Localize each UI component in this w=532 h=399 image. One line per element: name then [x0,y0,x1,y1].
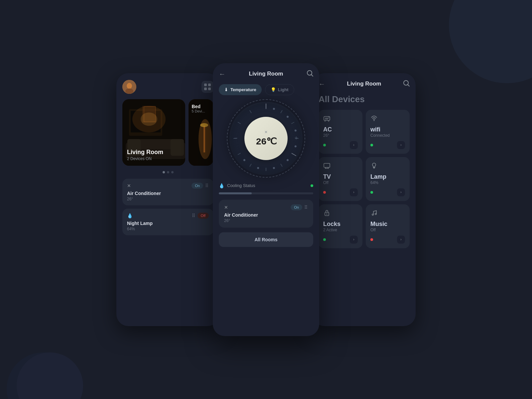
bed-room-info: Bed 5 Devi... [192,104,205,113]
lamp-toggle[interactable]: Off [198,213,209,219]
lamp-device-card[interactable]: 💧 ⠿ Off Night Lamp 64% [122,209,213,235]
cooling-label: Cooling Status [227,183,255,188]
tile-locks-chevron[interactable]: › [350,236,358,244]
svg-rect-11 [171,139,184,156]
living-room-devices: 2 Devices ON [127,156,163,161]
tile-wifi[interactable]: wifi Connected › [366,110,410,154]
tile-lamp-icon [370,162,405,171]
lamp-card-header: 💧 ⠿ Off [127,213,209,219]
screens-container: Living Room 2 Devices ON Bed 5 De [116,63,416,336]
tile-wifi-chevron[interactable]: › [397,141,405,149]
tile-lamp-status: 64% [370,180,405,185]
tile-locks-name: Locks [323,221,358,228]
svg-rect-16 [203,126,205,152]
avatar[interactable] [122,80,136,94]
phone1-header [122,80,213,94]
ac-controls: On ⠿ [192,183,209,189]
ac-mid-value: 26° [224,218,308,223]
room-card-living[interactable]: Living Room 2 Devices ON [122,99,185,166]
svg-line-31 [250,110,251,113]
tile-lamp-chevron[interactable]: › [397,188,405,196]
tile-lamp-name: Lamp [370,173,405,180]
ac-device-card[interactable]: ✕ On ⠿ Air Conditioner 26° [122,179,213,205]
phone3-search-button[interactable] [403,80,410,88]
ac-card-mid-controls: On ⠿ [291,204,308,210]
tile-locks-icon [323,209,358,218]
tab-light[interactable]: 💡 Light [265,84,294,95]
tile-wifi-name: wifi [370,126,405,133]
svg-point-49 [329,117,329,117]
thermostat: − ✕ 26℃ + [219,102,313,175]
plus-button[interactable]: + [294,135,298,142]
svg-rect-51 [324,163,330,167]
tile-music-name: Music [370,221,405,228]
svg-point-38 [257,167,259,169]
rooms-scroll: Living Room 2 Devices ON Bed 5 De [122,99,213,166]
svg-point-13 [141,112,157,126]
all-rooms-button[interactable]: All Rooms [219,232,313,247]
tile-music-status: Off [370,228,405,232]
tile-wifi-status: Connected [370,133,405,138]
tile-ac[interactable]: AC 26° › [319,110,362,154]
room-card-bed[interactable]: Bed 5 Devi... [189,99,213,166]
ac-dots[interactable]: ⠿ [205,183,209,188]
ac-card-header: ✕ On ⠿ [127,183,209,189]
tile-tv-status: Off [323,180,358,185]
tab-light-label: Light [278,87,289,92]
tab-temperature[interactable]: 🌡 Temperature [219,84,262,95]
dot-3 [171,171,174,173]
ac-icon: ✕ [127,183,131,188]
tile-lamp[interactable]: Lamp 64% › [366,157,410,201]
svg-point-58 [327,213,328,214]
ac-mid-toggle[interactable]: On [291,204,302,210]
phone3-title: Living Room [347,81,381,87]
svg-line-19 [311,75,313,76]
tile-locks[interactable]: Locks 2 Active › [319,204,362,248]
light-icon: 💡 [271,87,276,92]
bed-room-devices: 5 Devi... [192,109,205,113]
ac-toggle[interactable]: On [192,183,203,189]
lamp-dots[interactable]: ⠿ [192,213,196,218]
tile-ac-chevron[interactable]: › [350,141,358,149]
tile-tv-chevron[interactable]: › [350,188,358,196]
lamp-name: Night Lamp [127,221,209,226]
tab-temperature-label: Temperature [230,87,256,92]
svg-point-37 [273,167,275,169]
menu-icon[interactable] [201,81,213,93]
phone3-back-button[interactable]: ← [319,80,325,88]
ac-value: 26° [127,197,209,201]
cooling-drop-icon: 💧 [219,183,224,188]
phone2-tabs: 🌡 Temperature 💡 Light [219,84,313,95]
svg-line-30 [238,122,241,124]
tile-tv-icon [323,162,358,171]
thermostat-ring[interactable]: − ✕ 26℃ + [229,102,303,175]
tile-lamp-footer: › [370,188,405,196]
search-button[interactable] [307,70,313,78]
phone3-header: ← Living Room [319,80,410,88]
svg-line-41 [292,153,296,156]
cooling-status-row: 💧 Cooling Status [219,183,313,188]
tile-music-chevron[interactable]: › [397,236,405,244]
ac-card-mid-header: ✕ On ⠿ [224,204,308,210]
tile-ac-name: AC [323,126,358,133]
thermometer-icon: 🌡 [224,87,228,92]
tile-locks-status: 2 Active [323,228,358,232]
cooling-left: 💧 Cooling Status [219,183,255,188]
bed-room-name: Bed [192,104,205,109]
minus-button[interactable]: − [234,135,238,142]
tile-lamp-dot [370,191,373,194]
tile-tv[interactable]: TV Off › [319,157,362,201]
tile-music[interactable]: Music Off › [366,204,410,248]
svg-line-43 [408,85,409,86]
back-button[interactable]: ← [219,70,225,78]
tile-wifi-icon [370,114,405,123]
ac-name: Air Conditioner [127,191,209,196]
svg-line-22 [291,122,294,124]
dot-2 [167,171,169,173]
tile-music-icon [370,209,405,218]
ac-card-middle[interactable]: ✕ On ⠿ Air Conditioner 26° [219,200,313,228]
tile-ac-footer: › [323,141,358,149]
svg-point-36 [286,158,289,161]
ac-mid-dots[interactable]: ⠿ [304,205,308,210]
svg-line-21 [281,110,282,113]
